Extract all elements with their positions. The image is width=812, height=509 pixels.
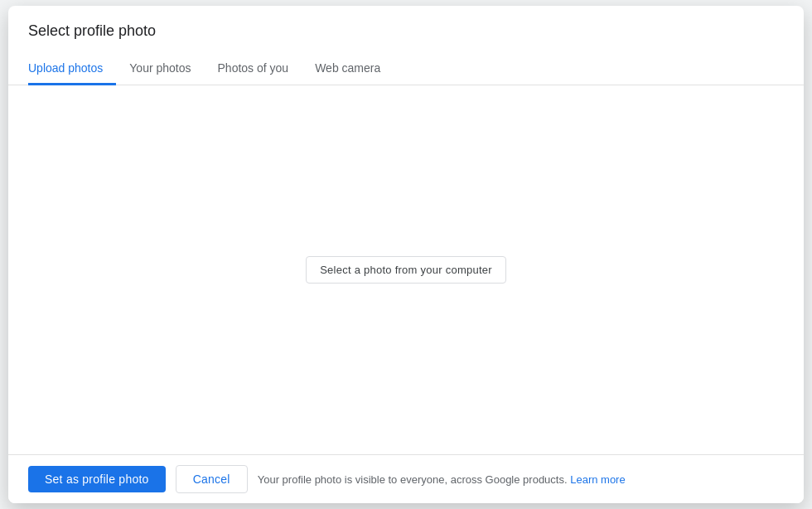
dialog-title: Select profile photo bbox=[28, 22, 784, 40]
set-profile-photo-button[interactable]: Set as profile photo bbox=[28, 466, 166, 492]
tab-your-photos[interactable]: Your photos bbox=[116, 53, 204, 85]
dialog-header: Select profile photo Upload photos Your … bbox=[8, 6, 804, 85]
tab-upload-photos[interactable]: Upload photos bbox=[28, 53, 116, 85]
cancel-button[interactable]: Cancel bbox=[176, 465, 248, 493]
select-photo-button[interactable]: Select a photo from your computer bbox=[306, 256, 506, 284]
tab-web-camera[interactable]: Web camera bbox=[302, 53, 394, 85]
dialog-footer: Set as profile photo Cancel Your profile… bbox=[8, 454, 804, 503]
tab-photos-of-you[interactable]: Photos of you bbox=[205, 53, 302, 85]
select-profile-photo-dialog: Select profile photo Upload photos Your … bbox=[8, 6, 804, 503]
tab-bar: Upload photos Your photos Photos of you … bbox=[28, 53, 784, 85]
learn-more-link[interactable]: Learn more bbox=[570, 473, 625, 486]
dialog-content: Select a photo from your computer bbox=[8, 85, 804, 454]
footer-notice: Your profile photo is visible to everyon… bbox=[258, 473, 784, 486]
